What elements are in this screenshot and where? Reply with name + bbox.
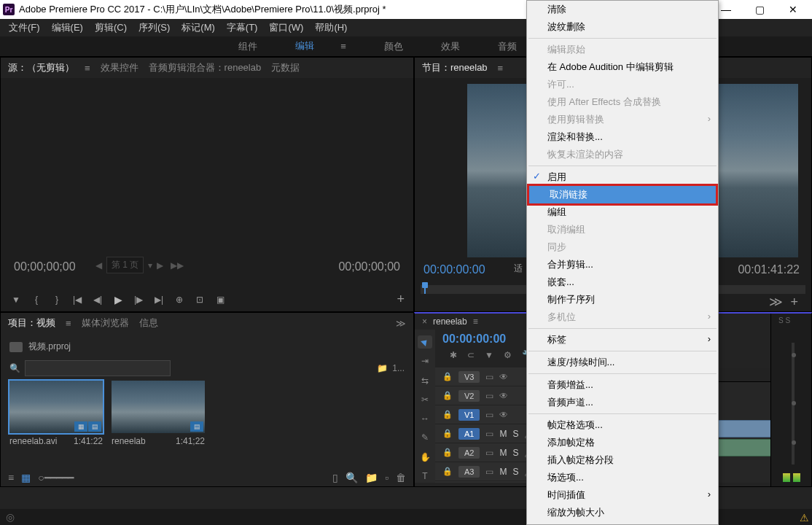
source-timecode-in[interactable]: 00;00;00;00 (14, 260, 76, 273)
context-menu-item[interactable]: 帧定格选项... (527, 416, 718, 434)
zoom-slider-icon[interactable]: ○━━━━━ (38, 472, 73, 483)
pager-prev-icon[interactable]: ◀ (95, 260, 102, 271)
pager-next-icon[interactable]: ▶ (157, 260, 163, 271)
workspace-color[interactable]: 颜色 (374, 36, 413, 58)
clip-name: reneelab.avi (9, 436, 57, 446)
ripple-edit-icon[interactable]: ⇆ (418, 374, 432, 387)
context-menu-item[interactable]: 清除 (527, 1, 718, 18)
warning-icon[interactable]: ⚠ (800, 512, 809, 524)
tab-media-browser[interactable]: 媒体浏览器 (82, 316, 129, 330)
razor-tool-icon[interactable]: ✂ (418, 393, 432, 406)
menu-clip[interactable]: 剪辑(C) (89, 18, 133, 37)
insert-icon[interactable]: ⊕ (173, 293, 186, 306)
context-menu-item[interactable]: 编组 (527, 203, 718, 221)
bin-icon[interactable]: 📁 (377, 363, 388, 373)
meter-knob[interactable] (792, 440, 796, 445)
context-menu-item: 编辑原始 (527, 41, 718, 58)
tab-info[interactable]: 信息 (139, 316, 158, 330)
out-point-icon[interactable]: } (50, 293, 63, 306)
track-select-icon[interactable]: ⇥ (418, 354, 432, 368)
marker-icon[interactable]: ▼ (9, 293, 23, 306)
project-clip-1[interactable]: ▦▤ reneelab.avi1:41:22 (9, 381, 103, 446)
tab-source[interactable]: 源：（无剪辑） (8, 61, 74, 74)
timeline-tab[interactable]: reneelab (433, 316, 467, 327)
context-menu-item[interactable]: 插入帧定格分段 (527, 451, 718, 469)
meter-knob[interactable] (792, 401, 796, 405)
hand-tool-icon[interactable]: ✋ (418, 451, 432, 464)
selection-tool-icon[interactable] (418, 335, 432, 349)
workspace-audio[interactable]: 音频 (488, 36, 527, 58)
close-button[interactable]: ✕ (783, 2, 803, 17)
program-timecode-in[interactable]: 00:00:00:00 (423, 263, 485, 276)
linked-selection-icon[interactable]: ⊂ (467, 350, 475, 360)
context-menu-item[interactable]: 取消链接 (527, 184, 718, 206)
context-menu-item[interactable]: 缩放为帧大小 (527, 504, 718, 521)
tab-effect-controls[interactable]: 效果控件 (101, 61, 138, 74)
settings-icon[interactable]: ⚙ (504, 350, 512, 360)
workspace-effects[interactable]: 效果 (431, 36, 470, 58)
program-fit-label[interactable]: 适 (514, 262, 523, 275)
program-timecode-out[interactable]: 00:01:41:22 (738, 263, 800, 276)
project-clip-2[interactable]: ▤ reneelab1:41;22 (112, 381, 205, 446)
tab-metadata[interactable]: 元数据 (271, 61, 300, 74)
export-frame-icon[interactable]: ▣ (214, 293, 227, 306)
close-tab-icon[interactable]: × (422, 316, 427, 327)
context-menu-item[interactable]: 渲染和替换... (527, 128, 718, 146)
source-timecode-out[interactable]: 00;00;00;00 (338, 260, 400, 273)
context-menu-item[interactable]: 设为帧大小 (527, 521, 718, 525)
meter-knob[interactable] (792, 353, 796, 357)
menu-marker[interactable]: 标记(M) (176, 18, 221, 37)
search-input[interactable] (25, 360, 171, 376)
context-menu-item[interactable]: 标签 (527, 331, 718, 349)
creative-cloud-icon[interactable]: ◎ (6, 511, 15, 523)
menu-edit[interactable]: 编辑(E) (46, 18, 89, 37)
step-fwd-icon[interactable]: |▶ (132, 293, 145, 306)
pager-next2-icon[interactable]: ▶▶ (171, 260, 184, 271)
marker-add-icon[interactable]: ▼ (485, 350, 493, 360)
menu-sequence[interactable]: 序列(S) (133, 18, 176, 37)
list-view-icon[interactable]: ≡ (8, 472, 14, 483)
context-menu-item[interactable]: 时间插值 (527, 486, 718, 504)
trash-icon[interactable]: 🗑 (396, 472, 406, 483)
context-menu-item[interactable]: 合并剪辑... (527, 256, 718, 273)
workspace-assembly[interactable]: 组件 (228, 36, 268, 58)
maximize-button[interactable]: ▢ (749, 2, 770, 17)
context-menu-item[interactable]: 速度/持续时间... (527, 354, 718, 371)
icon-view-icon[interactable]: ▦ (21, 472, 31, 483)
add-button-icon[interactable]: ≫ + (769, 294, 798, 310)
tab-project[interactable]: 项目：视频 (8, 316, 55, 330)
minimize-button[interactable]: — (716, 2, 736, 17)
step-back-icon[interactable]: ◀| (91, 293, 104, 306)
tab-program[interactable]: 节目：reneelab (422, 61, 488, 74)
snap-icon[interactable]: ✱ (450, 350, 457, 360)
overwrite-icon[interactable]: ⊡ (193, 293, 206, 306)
context-menu-item[interactable]: 音频声道... (527, 394, 718, 411)
type-tool-icon[interactable]: T (418, 470, 432, 483)
pager-label[interactable]: 第 1 页 (106, 257, 144, 273)
play-icon[interactable]: ▶ (112, 293, 125, 306)
automate-icon[interactable]: ▯ (332, 472, 338, 483)
context-menu-item[interactable]: 在 Adobe Audition 中编辑剪辑 (527, 58, 718, 76)
panel-overflow-icon[interactable]: ≫ (396, 318, 406, 329)
menu-title[interactable]: 字幕(T) (221, 18, 264, 37)
context-menu-item[interactable]: 嵌套... (527, 273, 718, 291)
goto-out-icon[interactable]: ▶| (152, 293, 165, 306)
context-menu-item[interactable]: 添加帧定格 (527, 434, 718, 451)
tab-audio-clip-mixer[interactable]: 音频剪辑混合器：reneelab (149, 61, 262, 74)
context-menu-item[interactable]: 场选项... (527, 469, 718, 486)
find-icon[interactable]: 🔍 (346, 472, 358, 483)
context-menu-item[interactable]: 制作子序列 (527, 291, 718, 308)
new-item-icon[interactable]: ▫ (385, 472, 389, 483)
new-bin-icon[interactable]: 📁 (365, 472, 378, 483)
workspace-editing[interactable]: 编辑 (285, 35, 324, 58)
goto-in-icon[interactable]: |◀ (71, 293, 84, 306)
solo-label[interactable]: S S (778, 316, 790, 324)
menu-file[interactable]: 文件(F) (3, 18, 46, 37)
add-button-icon[interactable]: + (397, 292, 405, 307)
workspace-menu-icon[interactable]: ≡ (330, 36, 356, 56)
pen-tool-icon[interactable]: ✎ (418, 431, 432, 444)
context-menu-item[interactable]: 音频增益... (527, 376, 718, 394)
slip-tool-icon[interactable]: ↔ (418, 412, 432, 425)
context-menu-item[interactable]: 波纹删除 (527, 18, 718, 36)
in-point-icon[interactable]: { (30, 293, 43, 306)
